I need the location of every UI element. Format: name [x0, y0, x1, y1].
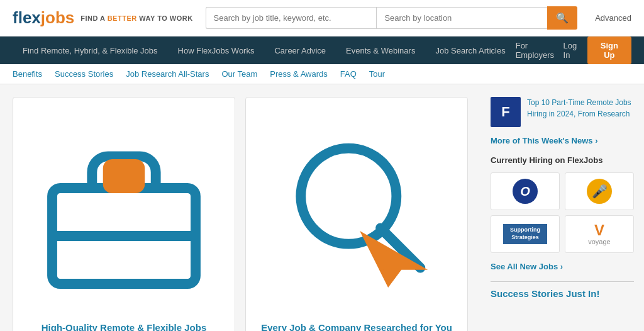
success-stories-title: Success Stories Just In! — [491, 288, 634, 299]
subnav-job-research[interactable]: Job Research All-Stars — [126, 69, 209, 79]
company-logo-supporting[interactable]: Supporting Strategies — [491, 215, 560, 253]
subnav-tour[interactable]: Tour — [369, 69, 385, 79]
signup-button[interactable]: Sign Up — [587, 36, 631, 64]
logo-jobs-text: jobs — [41, 8, 74, 28]
nav-item-how-works[interactable]: How FlexJobs Works — [168, 37, 265, 64]
subnav-press-awards[interactable]: Press & Awards — [270, 69, 328, 79]
tagline: FIND A BETTER WAY TO WORK — [80, 14, 192, 22]
briefcase-icon — [28, 116, 219, 313]
sidebar: F Top 10 Part-Time Remote Jobs Hiring in… — [480, 84, 644, 331]
voyage-v: V — [594, 223, 604, 238]
news-link[interactable]: Top 10 Part-Time Remote Jobs Hiring in 2… — [527, 97, 634, 120]
main-nav-left: Find Remote, Hybrid, & Flexible Jobs How… — [13, 37, 516, 64]
search-button[interactable]: 🔍 — [547, 6, 577, 30]
supporting-text: Supporting Strategies — [503, 224, 547, 244]
nav-login[interactable]: Log In — [564, 41, 581, 60]
nav-item-job-search-articles[interactable]: Job Search Articles — [425, 37, 515, 64]
logo[interactable]: flexjobs — [13, 8, 74, 28]
logo-area: flexjobs FIND A BETTER WAY TO WORK — [13, 8, 193, 28]
voyage-logo: V voyage — [588, 223, 610, 245]
nav-item-events[interactable]: Events & Webinars — [336, 37, 425, 64]
nav-item-career-advice[interactable]: Career Advice — [264, 37, 336, 64]
main-nav: Find Remote, Hybrid, & Flexible Jobs How… — [0, 36, 644, 64]
svg-rect-2 — [108, 164, 140, 188]
main-content: High-Quality Remote & Flexible Jobs We h… — [0, 84, 480, 331]
nav-item-find-jobs[interactable]: Find Remote, Hybrid, & Flexible Jobs — [13, 37, 168, 64]
oracle-initial: O — [513, 179, 538, 204]
tagline-text: FIND A BETTER WAY TO WORK — [80, 14, 192, 22]
nav-employers[interactable]: For Employers — [516, 41, 557, 60]
main-nav-right: For Employers Log In Sign Up — [516, 36, 631, 64]
logo-flex-text: flex — [13, 8, 41, 28]
news-initial: F — [491, 97, 521, 127]
more-news-link[interactable]: More of This Week's News › — [491, 136, 634, 145]
cards-grid: High-Quality Remote & Flexible Jobs We h… — [13, 97, 468, 331]
site-header: flexjobs FIND A BETTER WAY TO WORK 🔍 Adv… — [0, 0, 644, 36]
advanced-link[interactable]: Advanced — [595, 13, 631, 23]
search-icon: 🔍 — [556, 13, 569, 23]
sub-nav: Benefits Success Stories Job Research Al… — [0, 64, 644, 84]
subnav-our-team[interactable]: Our Team — [221, 69, 257, 79]
sidebar-news-item: F Top 10 Part-Time Remote Jobs Hiring in… — [491, 97, 634, 127]
sidebar-divider — [491, 281, 634, 282]
location-input[interactable] — [376, 7, 547, 29]
card2-title: Every Job & Company Researched for You — [261, 322, 452, 331]
company-logo-voyage[interactable]: V voyage — [565, 215, 634, 253]
card-high-quality-jobs: High-Quality Remote & Flexible Jobs We h… — [13, 97, 235, 331]
magnify-cursor-icon — [261, 116, 452, 313]
voyage-text: voyage — [588, 238, 610, 245]
subnav-benefits[interactable]: Benefits — [13, 69, 42, 79]
hiring-logos: O 🎤 Supporting Strategies V voyage — [491, 172, 634, 253]
company-logo-oracle[interactable]: O — [491, 172, 560, 210]
subnav-success-stories[interactable]: Success Stories — [55, 69, 113, 79]
see-all-jobs-link[interactable]: See All New Jobs › — [491, 262, 634, 271]
card-researched: Every Job & Company Researched for You O… — [245, 97, 468, 331]
company-logo-mic[interactable]: 🎤 — [565, 172, 634, 210]
card1-title: High-Quality Remote & Flexible Jobs — [28, 322, 219, 331]
search-area: 🔍 — [206, 6, 578, 30]
hiring-title: Currently Hiring on FlexJobs — [491, 155, 634, 165]
content-wrapper: High-Quality Remote & Flexible Jobs We h… — [0, 84, 644, 331]
subnav-faq[interactable]: FAQ — [340, 69, 357, 79]
search-input[interactable] — [206, 7, 377, 29]
mic-icon: 🎤 — [587, 179, 612, 204]
